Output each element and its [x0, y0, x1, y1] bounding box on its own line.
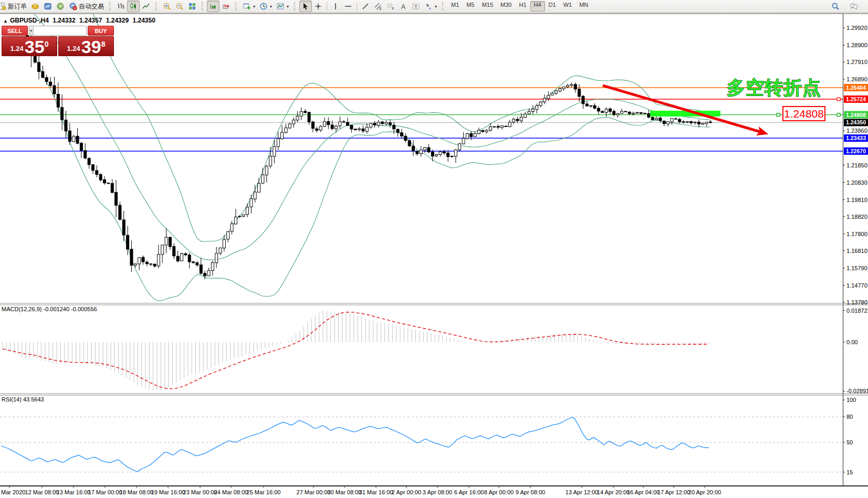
price-tick-label: 1.28900	[846, 42, 867, 48]
bid-big-digits: 35	[25, 39, 45, 55]
vertical-line-button[interactable]	[329, 1, 342, 12]
price-callout-text[interactable]: 1.24808	[784, 108, 824, 120]
volume-spinner: ▼ ▲	[29, 26, 87, 36]
price-tick-label: 1.27910	[846, 59, 867, 65]
chart-shift-button[interactable]	[219, 1, 232, 12]
chat-button[interactable]	[847, 1, 861, 12]
bid-pip-digit: 0	[45, 40, 49, 48]
timeframe-button-m30[interactable]: M30	[497, 1, 515, 12]
timeframe-button-d1[interactable]: D1	[545, 1, 560, 12]
line-chart-icon	[142, 2, 150, 10]
toolbar-grip[interactable]	[155, 2, 159, 10]
template-button[interactable]: ▾	[274, 1, 291, 12]
toolbar-grip[interactable]	[442, 2, 445, 10]
new-chart-button[interactable]: ▾	[240, 1, 257, 12]
new-order-button[interactable]: 新订单	[0, 1, 29, 12]
line-selection-handle[interactable]	[777, 113, 780, 116]
timeframe-button-m5[interactable]: M5	[463, 1, 478, 12]
timeframe-button-w1[interactable]: W1	[560, 1, 576, 12]
time-tick-label: 20 Apr 20:00	[688, 489, 721, 495]
macd-pane[interactable]	[3, 311, 709, 391]
chart-canvas[interactable]: 1.24808多空转折点1.299201.289001.279101.26890…	[0, 13, 868, 498]
rsi-label: RSI(14) 43.5643	[2, 396, 44, 402]
line-chart-button[interactable]	[140, 1, 152, 12]
chart-window[interactable]: 1.24808多空转折点1.299201.289001.279101.26890…	[0, 13, 868, 498]
price-badge-text: 1.22670	[846, 148, 866, 154]
horizontal-line-icon	[344, 2, 352, 10]
chat-icon	[849, 2, 859, 10]
dropdown-caret-icon[interactable]: ▾	[287, 4, 289, 9]
svg-text:T: T	[414, 4, 417, 9]
price-tick-label: 1.19810	[846, 197, 867, 203]
macd-signal-line	[3, 312, 709, 389]
rsi-line	[1, 417, 709, 472]
rsi-pane[interactable]	[0, 417, 843, 472]
ohlc-open: 1.24332	[53, 17, 75, 24]
signals-button[interactable]	[54, 1, 67, 12]
timeframe-button-mn[interactable]: MN	[576, 1, 592, 12]
ohlc-low: 1.24329	[106, 17, 129, 24]
price-badge-text: 1.24350	[846, 119, 866, 125]
text-button[interactable]: A	[397, 1, 410, 12]
time-tick-label: 12 Mar 08:00	[25, 489, 59, 495]
label-button[interactable]: T	[410, 1, 422, 12]
price-badge-text: 1.23433	[846, 135, 866, 141]
zoom-in-button[interactable]	[161, 1, 173, 12]
search-icon	[831, 2, 840, 10]
timeframe-button-m1[interactable]: M1	[447, 1, 463, 12]
timeframe-button-h4[interactable]: H4	[530, 1, 545, 12]
toolbar-grip[interactable]	[202, 2, 205, 10]
cursor-button[interactable]	[299, 1, 312, 12]
trendline-button[interactable]	[359, 1, 372, 12]
crosshair-button[interactable]	[312, 1, 325, 12]
turning-point-annotation[interactable]: 多空转折点	[727, 77, 821, 98]
volume-input[interactable]	[34, 26, 87, 35]
dropdown-caret-icon[interactable]: ▾	[253, 4, 255, 9]
charts-button[interactable]	[41, 1, 54, 12]
toolbar-groups: 新订单自动交易▾▾▾EFAT▾	[0, 1, 439, 12]
equidistant-channel-icon: E	[374, 2, 382, 10]
zoom-out-button[interactable]	[173, 1, 186, 12]
period-clock-icon	[259, 2, 268, 10]
fibonacci-button[interactable]: F	[384, 1, 397, 12]
sell-button[interactable]: SELL	[2, 26, 28, 36]
line-selection-handle[interactable]	[837, 98, 840, 101]
main-price-pane[interactable]: 1.24808多空转折点	[0, 13, 843, 301]
trendline-icon	[361, 2, 370, 10]
bar-chart-button[interactable]	[114, 1, 127, 12]
toolbar-grip[interactable]	[109, 2, 112, 10]
line-selection-handle[interactable]	[837, 113, 840, 116]
dropdown-caret-icon[interactable]: ▾	[435, 4, 437, 9]
horizontal-line-button[interactable]	[342, 1, 354, 12]
volume-decrease-button[interactable]: ▼	[29, 26, 34, 35]
autoscroll-button[interactable]	[207, 1, 219, 12]
toolbar-grip[interactable]	[294, 2, 297, 10]
arrows-button[interactable]: ▾	[422, 1, 439, 12]
channel-button[interactable]: E	[372, 1, 384, 12]
buy-button[interactable]: BUY	[88, 26, 114, 36]
support-zone-highlight[interactable]	[650, 111, 720, 116]
toolbar-grip[interactable]	[235, 2, 238, 10]
time-tick-label: 13 Mar 16:00	[57, 489, 91, 495]
timeframe-button-h1[interactable]: H1	[515, 1, 530, 12]
cursor-icon	[301, 2, 310, 10]
ask-price-panel[interactable]: 1.24398	[58, 36, 114, 56]
new-order-document-icon	[0, 2, 6, 10]
period-button[interactable]: ▾	[257, 1, 274, 12]
timeframe-button-m15[interactable]: M15	[478, 1, 497, 12]
tile-windows-button[interactable]	[186, 1, 198, 12]
price-badge-text: 1.24808	[846, 112, 866, 118]
time-tick-label: 19 Mar 16:00	[151, 489, 185, 495]
candlestick-button[interactable]	[127, 1, 140, 12]
dropdown-caret-icon[interactable]: ▾	[270, 4, 272, 9]
collapse-triangle-icon[interactable]: ▲	[3, 18, 8, 24]
time-tick-label: 16 Apr 04:00	[627, 489, 660, 495]
zoom-out-icon	[175, 2, 184, 10]
chart-shift-icon	[222, 2, 230, 10]
search-button[interactable]	[829, 1, 842, 12]
autotrading-button[interactable]: 自动交易	[67, 1, 106, 12]
bid-price-panel[interactable]: 1.24350	[2, 36, 57, 56]
market-watch-button[interactable]	[29, 1, 41, 12]
symbol-period-label: GBPUSD-,H4	[10, 17, 49, 24]
rsi-tick-label: 80	[846, 414, 853, 420]
